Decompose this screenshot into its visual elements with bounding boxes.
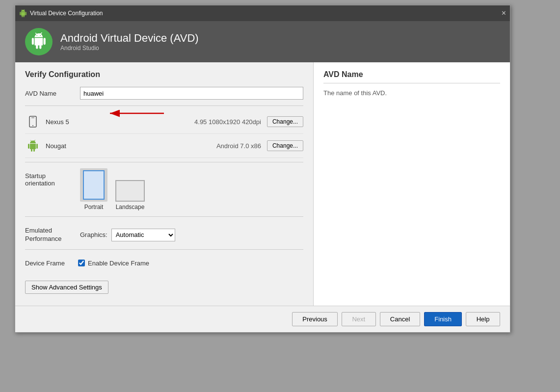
graphics-row: Graphics: Automatic Hardware Software	[80, 229, 175, 241]
help-button[interactable]: Help	[466, 312, 500, 326]
avd-name-label: AVD Name	[25, 90, 74, 97]
finish-button[interactable]: Finish	[424, 312, 462, 326]
right-panel-title: AVD Name	[323, 70, 500, 83]
enable-device-frame-label[interactable]: Enable Device Frame	[78, 260, 149, 267]
divider-2	[25, 162, 303, 162]
landscape-label: Landscape	[116, 204, 145, 210]
header-title: Android Virtual Device (AVD)	[60, 32, 199, 45]
left-panel: Verify Configuration AVD Name	[15, 62, 314, 306]
main-row: Verify Configuration AVD Name	[15, 62, 510, 306]
device-frame-label: Device Frame	[25, 260, 74, 267]
device-row: Nexus 5 4.95 1080x1920 420dpi Change...	[25, 110, 303, 134]
emulated-section: Emulated Performance Graphics: Automatic…	[25, 223, 303, 243]
header-section: Android Virtual Device (AVD) Android Stu…	[15, 21, 510, 62]
avd-name-input[interactable]	[80, 87, 303, 100]
cancel-button[interactable]: Cancel	[380, 312, 420, 326]
device-frame-row: Device Frame Enable Device Frame	[25, 260, 303, 267]
graphics-select[interactable]: Automatic Hardware Software	[111, 229, 175, 241]
next-button[interactable]: Next	[342, 312, 376, 326]
svg-point-5	[32, 125, 33, 126]
emulated-label: Emulated Performance	[25, 227, 74, 243]
nexus-spec: 4.95 1080x1920 420dpi	[194, 118, 261, 126]
previous-button[interactable]: Previous	[292, 312, 338, 326]
portrait-option[interactable]: Portrait	[80, 168, 107, 210]
landscape-option[interactable]: Landscape	[115, 180, 145, 210]
nexus-name: Nexus 5	[46, 118, 194, 126]
title-bar-left: Virtual Device Configuration	[19, 9, 103, 17]
divider-3	[25, 216, 303, 217]
nexus-change-button[interactable]: Change...	[267, 116, 303, 127]
portrait-selected-bg	[80, 168, 107, 202]
right-panel-description: The name of this AVD.	[323, 89, 500, 97]
system-image-row: Nougat Android 7.0 x86 Change...	[25, 134, 303, 158]
footer: Previous Next Cancel Finish Help	[15, 306, 510, 332]
landscape-icon	[115, 180, 145, 202]
android-logo-icon	[25, 28, 53, 55]
title-bar: Virtual Device Configuration ×	[15, 5, 510, 21]
device-phone-icon	[25, 114, 41, 130]
enable-device-frame-checkbox[interactable]	[78, 260, 85, 266]
header-text: Android Virtual Device (AVD) Android Stu…	[60, 32, 199, 52]
orientation-options: Portrait Landscape	[80, 168, 145, 210]
divider-4	[25, 249, 303, 250]
section-title: Verify Configuration	[25, 70, 303, 79]
divider-1	[25, 105, 303, 106]
android-robot-icon	[25, 138, 41, 154]
content-area: Verify Configuration AVD Name	[15, 62, 510, 332]
portrait-icon	[83, 170, 105, 200]
graphics-label: Graphics:	[80, 231, 107, 238]
header-subtitle: Android Studio	[60, 45, 199, 52]
device-frame-section: Device Frame Enable Device Frame	[25, 256, 303, 267]
nougat-spec: Android 7.0 x86	[216, 142, 261, 150]
enable-device-frame-text: Enable Device Frame	[88, 260, 149, 267]
android-title-icon	[19, 9, 27, 17]
portrait-label: Portrait	[84, 204, 104, 210]
title-bar-text: Virtual Device Configuration	[30, 10, 103, 17]
nougat-name: Nougat	[46, 142, 216, 150]
right-panel: AVD Name The name of this AVD.	[314, 62, 510, 306]
main-window: Virtual Device Configuration × Android V…	[15, 5, 510, 333]
show-advanced-settings-button[interactable]: Show Advanced Settings	[25, 281, 108, 294]
orientation-section: Startup orientation Portrait	[25, 168, 303, 210]
logo-container	[25, 28, 53, 55]
orientation-label: Startup orientation	[25, 168, 74, 187]
avd-name-row: AVD Name	[25, 87, 303, 100]
nougat-change-button[interactable]: Change...	[267, 140, 303, 151]
close-button[interactable]: ×	[502, 9, 506, 17]
